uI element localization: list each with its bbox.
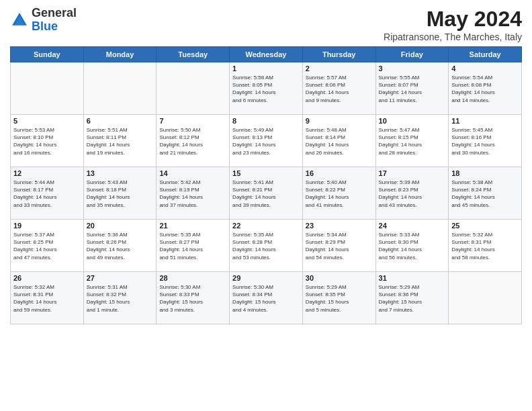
day-number: 30 bbox=[306, 274, 373, 282]
day-cell: 21Sunrise: 5:35 AM Sunset: 8:27 PM Dayli… bbox=[157, 220, 230, 272]
day-number: 12 bbox=[13, 169, 81, 177]
title-block: May 2024 Ripatransone, The Marches, Ital… bbox=[384, 7, 522, 42]
day-cell: 13Sunrise: 5:43 AM Sunset: 8:18 PM Dayli… bbox=[83, 167, 157, 220]
day-info: Sunrise: 5:53 AM Sunset: 8:10 PM Dayligh… bbox=[13, 126, 81, 156]
day-cell: 3Sunrise: 5:55 AM Sunset: 8:07 PM Daylig… bbox=[375, 62, 449, 115]
day-info: Sunrise: 5:32 AM Sunset: 8:31 PM Dayligh… bbox=[451, 231, 519, 261]
day-info: Sunrise: 5:55 AM Sunset: 8:07 PM Dayligh… bbox=[379, 74, 446, 104]
day-cell: 8Sunrise: 5:49 AM Sunset: 8:13 PM Daylig… bbox=[230, 115, 303, 167]
week-row-2: 12Sunrise: 5:44 AM Sunset: 8:17 PM Dayli… bbox=[11, 167, 522, 220]
day-info: Sunrise: 5:41 AM Sunset: 8:21 PM Dayligh… bbox=[232, 179, 300, 209]
logo-icon bbox=[10, 11, 29, 30]
day-cell bbox=[11, 62, 84, 115]
day-info: Sunrise: 5:37 AM Sunset: 8:25 PM Dayligh… bbox=[13, 231, 81, 261]
header-row: Sunday Monday Tuesday Wednesday Thursday… bbox=[11, 47, 522, 62]
day-cell: 4Sunrise: 5:54 AM Sunset: 8:08 PM Daylig… bbox=[449, 62, 522, 115]
day-number: 28 bbox=[159, 274, 226, 282]
day-info: Sunrise: 5:31 AM Sunset: 8:32 PM Dayligh… bbox=[87, 283, 154, 314]
day-info: Sunrise: 5:49 AM Sunset: 8:13 PM Dayligh… bbox=[232, 126, 300, 156]
day-cell bbox=[449, 272, 522, 324]
week-row-1: 5Sunrise: 5:53 AM Sunset: 8:10 PM Daylig… bbox=[11, 115, 522, 167]
day-cell: 2Sunrise: 5:57 AM Sunset: 8:06 PM Daylig… bbox=[302, 62, 375, 115]
day-cell: 14Sunrise: 5:42 AM Sunset: 8:19 PM Dayli… bbox=[157, 167, 230, 220]
day-cell: 5Sunrise: 5:53 AM Sunset: 8:10 PM Daylig… bbox=[11, 115, 84, 167]
location: Ripatransone, The Marches, Italy bbox=[384, 32, 522, 42]
day-cell bbox=[157, 62, 230, 115]
day-number: 31 bbox=[379, 274, 446, 282]
day-info: Sunrise: 5:43 AM Sunset: 8:18 PM Dayligh… bbox=[87, 179, 154, 209]
day-cell: 26Sunrise: 5:32 AM Sunset: 8:31 PM Dayli… bbox=[11, 272, 84, 324]
day-info: Sunrise: 5:39 AM Sunset: 8:23 PM Dayligh… bbox=[379, 179, 446, 209]
day-cell bbox=[83, 62, 157, 115]
day-number: 9 bbox=[306, 117, 373, 125]
day-info: Sunrise: 5:36 AM Sunset: 8:26 PM Dayligh… bbox=[87, 231, 154, 261]
day-info: Sunrise: 5:38 AM Sunset: 8:24 PM Dayligh… bbox=[451, 179, 519, 209]
page: General Blue May 2024 Ripatransone, The … bbox=[0, 0, 532, 331]
col-monday: Monday bbox=[83, 47, 157, 62]
day-info: Sunrise: 5:54 AM Sunset: 8:08 PM Dayligh… bbox=[451, 74, 519, 104]
day-info: Sunrise: 5:48 AM Sunset: 8:14 PM Dayligh… bbox=[306, 126, 373, 156]
day-cell: 6Sunrise: 5:51 AM Sunset: 8:11 PM Daylig… bbox=[83, 115, 157, 167]
day-info: Sunrise: 5:30 AM Sunset: 8:33 PM Dayligh… bbox=[159, 283, 226, 314]
day-cell: 31Sunrise: 5:29 AM Sunset: 8:36 PM Dayli… bbox=[375, 272, 449, 324]
calendar-table: Sunday Monday Tuesday Wednesday Thursday… bbox=[10, 46, 522, 324]
day-info: Sunrise: 5:44 AM Sunset: 8:17 PM Dayligh… bbox=[13, 179, 81, 209]
day-info: Sunrise: 5:33 AM Sunset: 8:30 PM Dayligh… bbox=[379, 231, 446, 261]
day-cell: 15Sunrise: 5:41 AM Sunset: 8:21 PM Dayli… bbox=[230, 167, 303, 220]
week-row-4: 26Sunrise: 5:32 AM Sunset: 8:31 PM Dayli… bbox=[11, 272, 522, 324]
day-info: Sunrise: 5:50 AM Sunset: 8:12 PM Dayligh… bbox=[159, 126, 226, 156]
day-info: Sunrise: 5:47 AM Sunset: 8:15 PM Dayligh… bbox=[379, 126, 446, 156]
day-number: 16 bbox=[306, 169, 373, 177]
day-info: Sunrise: 5:51 AM Sunset: 8:11 PM Dayligh… bbox=[87, 126, 154, 156]
day-number: 15 bbox=[232, 169, 300, 177]
day-cell: 10Sunrise: 5:47 AM Sunset: 8:15 PM Dayli… bbox=[375, 115, 449, 167]
day-info: Sunrise: 5:29 AM Sunset: 8:36 PM Dayligh… bbox=[379, 283, 446, 314]
day-cell: 12Sunrise: 5:44 AM Sunset: 8:17 PM Dayli… bbox=[11, 167, 84, 220]
day-number: 2 bbox=[306, 64, 373, 73]
day-number: 18 bbox=[451, 169, 519, 177]
day-cell: 23Sunrise: 5:34 AM Sunset: 8:29 PM Dayli… bbox=[302, 220, 375, 272]
col-sunday: Sunday bbox=[11, 47, 84, 62]
week-row-3: 19Sunrise: 5:37 AM Sunset: 8:25 PM Dayli… bbox=[11, 220, 522, 272]
day-info: Sunrise: 5:30 AM Sunset: 8:34 PM Dayligh… bbox=[232, 283, 300, 314]
day-number: 14 bbox=[159, 169, 226, 177]
day-info: Sunrise: 5:40 AM Sunset: 8:22 PM Dayligh… bbox=[306, 179, 373, 209]
day-number: 5 bbox=[13, 117, 81, 125]
day-cell: 22Sunrise: 5:35 AM Sunset: 8:28 PM Dayli… bbox=[230, 220, 303, 272]
day-info: Sunrise: 5:32 AM Sunset: 8:31 PM Dayligh… bbox=[13, 283, 81, 314]
day-number: 10 bbox=[379, 117, 446, 125]
week-row-0: 1Sunrise: 5:58 AM Sunset: 8:05 PM Daylig… bbox=[11, 62, 522, 115]
day-number: 24 bbox=[379, 222, 446, 230]
logo: General Blue bbox=[10, 7, 77, 34]
day-number: 3 bbox=[379, 64, 446, 73]
day-cell: 11Sunrise: 5:45 AM Sunset: 8:16 PM Dayli… bbox=[449, 115, 522, 167]
day-number: 20 bbox=[87, 222, 154, 230]
day-number: 1 bbox=[232, 64, 300, 73]
day-number: 17 bbox=[379, 169, 446, 177]
day-info: Sunrise: 5:58 AM Sunset: 8:05 PM Dayligh… bbox=[232, 74, 300, 104]
day-number: 19 bbox=[13, 222, 81, 230]
day-number: 23 bbox=[306, 222, 373, 230]
day-number: 8 bbox=[232, 117, 300, 125]
day-cell: 27Sunrise: 5:31 AM Sunset: 8:32 PM Dayli… bbox=[83, 272, 157, 324]
day-number: 6 bbox=[87, 117, 154, 125]
day-cell: 19Sunrise: 5:37 AM Sunset: 8:25 PM Dayli… bbox=[11, 220, 84, 272]
day-number: 29 bbox=[232, 274, 300, 282]
day-number: 4 bbox=[451, 64, 519, 73]
logo-general: General bbox=[32, 6, 77, 19]
day-cell: 24Sunrise: 5:33 AM Sunset: 8:30 PM Dayli… bbox=[375, 220, 449, 272]
day-info: Sunrise: 5:45 AM Sunset: 8:16 PM Dayligh… bbox=[451, 126, 519, 156]
day-cell: 28Sunrise: 5:30 AM Sunset: 8:33 PM Dayli… bbox=[157, 272, 230, 324]
month-title: May 2024 bbox=[384, 7, 522, 32]
day-cell: 29Sunrise: 5:30 AM Sunset: 8:34 PM Dayli… bbox=[230, 272, 303, 324]
day-number: 13 bbox=[87, 169, 154, 177]
day-cell: 7Sunrise: 5:50 AM Sunset: 8:12 PM Daylig… bbox=[157, 115, 230, 167]
day-number: 22 bbox=[232, 222, 300, 230]
logo-blue: Blue bbox=[32, 19, 58, 33]
day-cell: 30Sunrise: 5:29 AM Sunset: 8:35 PM Dayli… bbox=[302, 272, 375, 324]
header: General Blue May 2024 Ripatransone, The … bbox=[10, 7, 522, 42]
col-wednesday: Wednesday bbox=[230, 47, 303, 62]
day-cell: 16Sunrise: 5:40 AM Sunset: 8:22 PM Dayli… bbox=[302, 167, 375, 220]
day-cell: 1Sunrise: 5:58 AM Sunset: 8:05 PM Daylig… bbox=[230, 62, 303, 115]
col-saturday: Saturday bbox=[449, 47, 522, 62]
